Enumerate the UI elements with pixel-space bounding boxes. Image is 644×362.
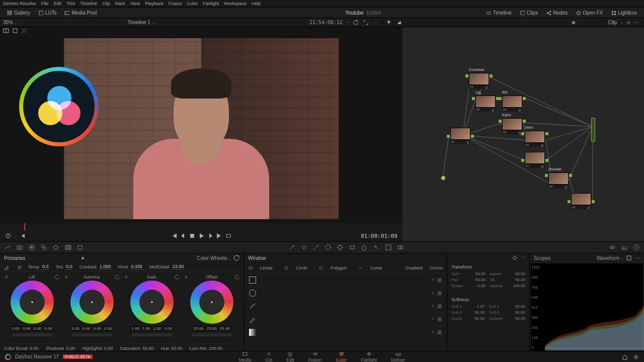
hand-icon[interactable] [396,20,403,26]
refresh-icon[interactable] [353,20,359,26]
camera-raw-icon[interactable] [16,244,23,251]
scopes-icon[interactable] [621,244,628,251]
stereo-icon[interactable] [397,244,404,251]
node[interactable]: Lig03▥ [475,90,496,112]
qualifier-icon[interactable] [300,244,307,251]
menu-item[interactable]: Help [252,1,261,6]
middetail-field[interactable]: Mid/Detail23.50 [149,264,185,269]
zoom-level[interactable]: 35% ⌵ [0,20,60,25]
scopes-mode[interactable]: Waveform ⌵ [597,255,623,261]
menu-item[interactable]: DaVinci Resolve [3,1,36,6]
plus-icon[interactable] [184,275,189,280]
play-icon[interactable] [198,233,204,239]
more-icon[interactable]: ⋯ [521,255,525,261]
soft3-field[interactable]: 50.00 [466,310,485,315]
outside-field[interactable]: 50.00 [507,316,525,321]
menu-item[interactable]: View [130,1,140,6]
prev-clip-icon[interactable] [171,233,177,239]
nodes-button[interactable]: Nodes [543,9,571,17]
menu-item[interactable]: Timeline [80,1,98,6]
tab-edit[interactable]: Edit [286,351,294,362]
hue-field[interactable]: Hue50.00 [161,346,183,351]
tint-field[interactable]: Tint0.0 [56,264,73,269]
shadows-field[interactable]: Shadows0.00 [46,346,75,351]
node-graph[interactable]: 01▥ Contrast02▥ Lig03▥ BG04▥ Eyes05▥ Shi… [403,27,644,241]
window-item-line[interactable]: +▦ [244,300,447,313]
pan-field[interactable]: 50.00 [467,278,486,282]
node[interactable]: 09▥ [571,193,591,209]
more-icon[interactable]: ⋯ [635,255,640,261]
blur-icon[interactable] [361,244,368,251]
color-match-icon[interactable] [28,244,35,251]
picker-icon[interactable] [4,264,10,270]
home-icon[interactable] [622,354,628,360]
opacity-field[interactable]: 100.00 [507,284,525,288]
node[interactable]: 01▥ [450,128,470,144]
node[interactable]: Shirt06▥ [525,125,545,147]
node-output-icon[interactable] [591,118,595,142]
step-back-icon[interactable] [180,233,186,239]
window-item-circle[interactable]: +▦ [244,287,447,300]
chevron-down-icon[interactable]: ⌵ [347,20,349,26]
soft4-field[interactable]: 50.00 [507,310,525,315]
step-fwd-icon[interactable] [207,233,213,239]
eye-icon[interactable] [609,244,616,251]
inside-field[interactable]: 50.00 [466,316,485,321]
contrast-field[interactable]: Contrast1.000 [79,264,112,269]
menu-item[interactable]: Color [187,1,198,6]
sizing-icon[interactable] [385,244,392,251]
primaries-mode[interactable]: Color Wheels ⌵ [197,255,230,261]
linear-shape-icon[interactable] [248,265,253,270]
reset-icon[interactable] [175,275,180,280]
highlight-icon[interactable] [12,28,18,34]
gamma-master-slider[interactable] [72,333,112,336]
tab-media[interactable]: Media [239,351,252,362]
node[interactable]: BG04▥ [502,90,522,112]
stabilizer-icon[interactable] [349,244,356,251]
gamma-wheel[interactable]: Gamma 0.000.000.000.00 [64,274,120,341]
layout-icon[interactable] [626,255,632,261]
menu-item[interactable]: Mark [115,1,125,6]
node[interactable]: Contrast02▥ [469,67,489,89]
auto-balance-icon[interactable] [16,264,22,270]
gain-wheel[interactable]: Gain 1.001.001.001.00 [124,274,180,341]
saturation-field[interactable]: Saturation55.80 [120,346,154,351]
timeline-button[interactable]: Timeline [483,9,515,17]
more-icon[interactable]: ⋯ [373,20,378,26]
node-source-icon[interactable] [441,176,445,180]
curves-tool-icon[interactable] [4,244,11,251]
menu-item[interactable]: Edit [53,1,61,6]
expand-icon[interactable] [363,20,369,26]
lightbox-button[interactable]: Lightbox [608,9,640,17]
plus-icon[interactable] [124,275,129,280]
wand-icon[interactable] [288,244,295,251]
clip-mode-label[interactable]: Clip [608,20,617,25]
tracking-icon[interactable] [337,244,344,251]
polygon-shape-icon[interactable] [318,265,324,270]
settings-gear-icon[interactable] [633,354,639,360]
loop-icon[interactable] [225,233,231,239]
colorboost-field[interactable]: Color Boost0.00 [4,346,39,351]
aspect-field[interactable]: 50.00 [507,272,525,276]
split-view-icon[interactable] [3,28,9,34]
stop-icon[interactable] [189,233,195,239]
size-field[interactable]: 50.00 [467,272,486,276]
timeline-name[interactable]: Timeline 1 ⌵ [60,20,221,25]
more-icon[interactable]: ⋯ [634,20,639,25]
menu-item[interactable]: File [41,1,49,6]
rgb-mixer-icon[interactable] [64,244,71,251]
rotate-field[interactable]: 0.00 [467,284,486,288]
tab-fairlight[interactable]: Fairlight [361,351,377,362]
window-tool-icon[interactable] [325,244,332,251]
menu-item[interactable]: Playback [145,1,164,6]
viewer-canvas[interactable] [0,34,403,223]
soft2-field[interactable]: 50.00 [507,304,525,309]
offset-wheel[interactable]: Offset 25.0025.0025.00 [184,274,239,341]
tab-fusion[interactable]: Fusion [308,351,322,362]
next-clip-icon[interactable] [216,233,222,239]
menu-item[interactable]: Fusion [169,1,182,6]
tilt-field[interactable]: 50.00 [507,278,525,282]
magic-mask-icon[interactable] [312,244,319,251]
tab-cut[interactable]: Cut [265,351,272,362]
hdr-icon[interactable] [52,244,59,251]
